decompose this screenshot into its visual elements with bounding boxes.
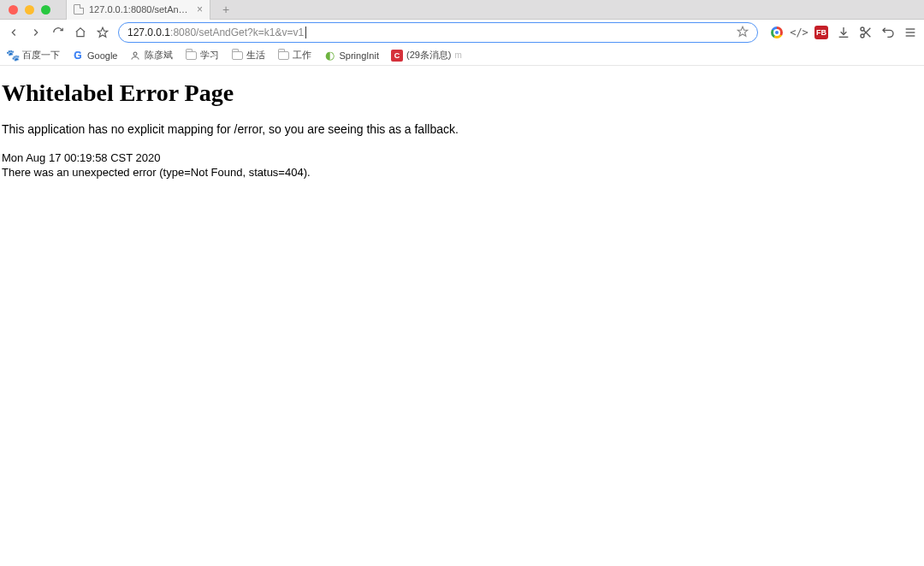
window-maximize-button[interactable]	[41, 5, 50, 15]
dev-tools-icon[interactable]: </>	[792, 26, 806, 39]
address-bar[interactable]: 127.0.0.1:8080/setAndGet?k=k1&v=v1	[118, 22, 758, 43]
window-controls	[9, 5, 50, 15]
bookmark-item-springinit[interactable]: ◐ SpringInit	[323, 50, 378, 62]
bookmark-item-google[interactable]: G Google	[72, 50, 117, 62]
browser-toolbar: 127.0.0.1:8080/setAndGet?k=k1&v=v1 </> F…	[0, 20, 924, 45]
toolbar-right-group: </> FB	[770, 26, 917, 39]
bookmark-label: 生活	[246, 49, 265, 62]
csdn-icon: C	[391, 50, 403, 62]
menu-icon[interactable]	[903, 26, 917, 39]
bookmark-item-csdn[interactable]: C (29条消息) m	[391, 49, 462, 62]
bookmark-folder-work[interactable]: 工作	[277, 49, 311, 62]
bookmark-item-baidu[interactable]: 🐾 百度一下	[7, 49, 60, 62]
spring-icon: ◐	[323, 50, 335, 62]
bookmark-star-button[interactable]	[96, 26, 110, 39]
google-icon: G	[72, 50, 84, 62]
bookmark-label: 陈彦斌	[145, 49, 173, 62]
reload-button[interactable]	[51, 26, 65, 39]
window-close-button[interactable]	[9, 5, 18, 15]
page-heading: Whitelabel Error Page	[2, 80, 922, 107]
svg-marker-0	[98, 27, 108, 37]
svg-marker-1	[737, 27, 748, 36]
svg-point-11	[133, 52, 137, 56]
address-path: :8080/setAndGet?k=k1&v=v1	[170, 27, 304, 38]
bookmark-label: 工作	[293, 49, 311, 62]
new-tab-button[interactable]: +	[217, 3, 234, 16]
page-paragraph: This application has no explicit mapping…	[2, 122, 922, 136]
bookmark-label: 学习	[200, 49, 219, 62]
chrome-logo-icon[interactable]	[770, 26, 784, 39]
browser-tabstrip: 127.0.0.1:8080/setAndGet?k=k × +	[0, 0, 924, 20]
folder-icon	[185, 50, 197, 62]
bookmark-trail: m	[455, 50, 462, 60]
baidu-icon: 🐾	[7, 50, 19, 62]
browser-tab[interactable]: 127.0.0.1:8080/setAndGet?k=k ×	[66, 0, 210, 20]
bookmark-folder-life[interactable]: 生活	[231, 49, 265, 62]
page-content: Whitelabel Error Page This application h…	[0, 66, 924, 180]
scissors-icon[interactable]	[859, 26, 873, 39]
bookmark-label: Google	[87, 50, 117, 61]
bookmark-label: 百度一下	[22, 49, 60, 62]
page-icon	[74, 4, 84, 15]
page-error-line: There was an unexpected error (type=Not …	[2, 166, 922, 179]
bookmark-label: SpringInit	[339, 50, 378, 61]
bookmarks-bar: 🐾 百度一下 G Google 陈彦斌 学习 生活 工作 ◐ SpringIni…	[0, 45, 924, 66]
bookmark-folder-study[interactable]: 学习	[185, 49, 219, 62]
home-button[interactable]	[74, 26, 87, 39]
text-cursor	[305, 27, 306, 38]
folder-icon	[277, 50, 289, 62]
downloads-icon[interactable]	[837, 26, 850, 39]
window-minimize-button[interactable]	[25, 5, 34, 15]
address-star-icon[interactable]	[737, 26, 749, 40]
page-timestamp: Mon Aug 17 00:19:58 CST 2020	[2, 151, 922, 164]
undo-icon[interactable]	[881, 26, 895, 39]
back-button[interactable]	[7, 26, 21, 39]
tab-title: 127.0.0.1:8080/setAndGet?k=k	[89, 4, 192, 15]
address-host: 127.0.0.1	[127, 27, 170, 38]
tab-close-button[interactable]: ×	[197, 4, 203, 15]
forward-button[interactable]	[29, 26, 43, 39]
bookmark-label: (29条消息)	[406, 49, 452, 62]
folder-icon	[231, 50, 243, 62]
person-icon	[129, 50, 141, 62]
bookmark-item-author[interactable]: 陈彦斌	[129, 49, 173, 62]
extension-badge-icon[interactable]: FB	[814, 26, 828, 39]
